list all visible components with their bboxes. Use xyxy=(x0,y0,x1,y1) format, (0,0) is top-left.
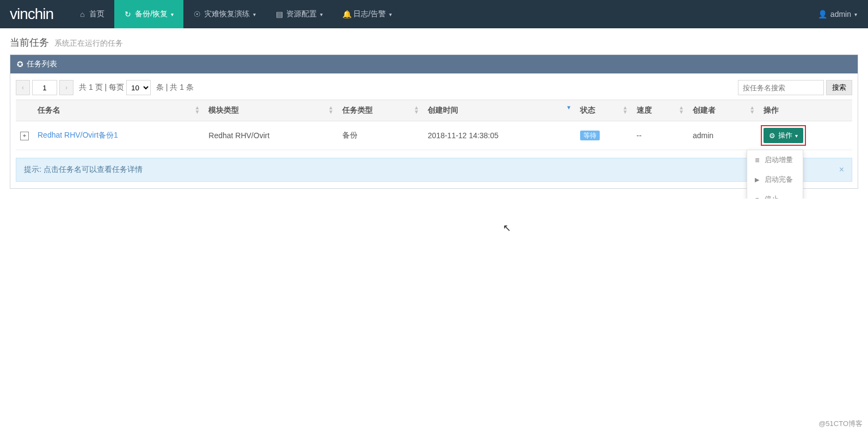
search-input[interactable] xyxy=(738,80,824,95)
task-list-panel: ✪ 任务列表 ‹ › 共 1 页 | 每页 10 条 | 共 1 条 搜索 任务… xyxy=(10,54,858,189)
page-info-a: 共 1 页 | 每页 xyxy=(79,83,124,92)
nav-items: ⌂ 首页 ↻ 备份/恢复 ▾ ☉ 灾难恢复演练 ▾ ▤ 资源配置 ▾ 🔔 日志/… xyxy=(69,0,818,28)
cell-created: 2018-11-12 14:38:05 xyxy=(423,121,576,150)
col-status[interactable]: 状态▲▼ xyxy=(576,100,632,121)
gear-icon: ⚙ xyxy=(769,132,775,140)
home-icon: ⌂ xyxy=(78,10,86,18)
stop-icon: ■ xyxy=(754,196,760,199)
page-number-input[interactable] xyxy=(32,80,57,95)
col-action: 操作 xyxy=(759,100,852,121)
col-expand xyxy=(16,100,33,121)
col-task-name[interactable]: 任务名▲▼ xyxy=(33,100,204,121)
nav-resources[interactable]: ▤ 资源配置 ▾ xyxy=(266,0,333,28)
action-cell: ⚙ 操作 ▾ ≣ 启动增量 ▶ xyxy=(764,128,803,143)
bars-icon: ≣ xyxy=(754,157,760,164)
nav-label: 备份/恢复 xyxy=(135,9,168,19)
col-creator[interactable]: 创建者▲▼ xyxy=(688,100,759,121)
user-icon: 👤 xyxy=(818,10,827,18)
task-table: 任务名▲▼ 模块类型▲▼ 任务类型▲▼ 创建时间▼ 状态▲▼ 速度▲▼ 创建者▲… xyxy=(16,100,852,150)
action-button[interactable]: ⚙ 操作 ▾ xyxy=(764,128,803,143)
menu-start-full[interactable]: ▶ 启动完备 xyxy=(747,170,803,189)
page-heading: 当前任务 系统正在运行的任务 xyxy=(0,28,868,54)
nav-home[interactable]: ⌂ 首页 xyxy=(69,0,114,28)
menu-stop[interactable]: ■ 停止 xyxy=(747,189,803,199)
cell-module: Redhat RHV/Ovirt xyxy=(204,121,338,150)
nav-label: 日志/告警 xyxy=(353,9,386,19)
col-type[interactable]: 任务类型▲▼ xyxy=(338,100,423,121)
target-icon: ☉ xyxy=(193,10,201,18)
hint-box: 提示: 点击任务名可以查看任务详情 × xyxy=(16,158,852,182)
hint-text: 提示: 点击任务名可以查看任务详情 xyxy=(24,165,143,175)
chevron-down-icon: ▾ xyxy=(389,11,392,17)
cell-creator: admin xyxy=(688,121,759,150)
nav-logs-alerts[interactable]: 🔔 日志/告警 ▾ xyxy=(333,0,402,28)
page-prev-button[interactable]: ‹ xyxy=(16,80,30,95)
col-created[interactable]: 创建时间▼ xyxy=(423,100,576,121)
col-module[interactable]: 模块类型▲▼ xyxy=(204,100,338,121)
menu-label: 启动完备 xyxy=(765,175,793,184)
page-title: 当前任务 xyxy=(10,37,49,48)
page-subtitle: 系统正在运行的任务 xyxy=(54,39,123,47)
search-button[interactable]: 搜索 xyxy=(826,80,852,95)
chevron-down-icon: ▾ xyxy=(854,11,857,17)
action-label: 操作 xyxy=(778,131,792,140)
chevron-down-icon: ▾ xyxy=(253,11,256,17)
col-speed[interactable]: 速度▲▼ xyxy=(632,100,688,121)
grid-icon: ▤ xyxy=(275,10,283,18)
refresh-icon: ↻ xyxy=(124,10,132,18)
expand-row-button[interactable]: + xyxy=(20,132,29,140)
nav-backup-restore[interactable]: ↻ 备份/恢复 ▾ xyxy=(114,0,183,28)
user-name: admin xyxy=(830,10,851,18)
cell-speed: -- xyxy=(632,121,688,150)
nav-label: 首页 xyxy=(89,9,104,19)
top-navbar: vinchin ⌂ 首页 ↻ 备份/恢复 ▾ ☉ 灾难恢复演练 ▾ ▤ 资源配置… xyxy=(0,0,868,28)
panel-icon: ✪ xyxy=(17,60,23,69)
chevron-down-icon: ▾ xyxy=(320,11,323,17)
panel-header: ✪ 任务列表 xyxy=(10,55,858,73)
hint-close-button[interactable]: × xyxy=(839,165,844,175)
bell-icon: 🔔 xyxy=(342,10,350,18)
user-menu[interactable]: 👤 admin ▾ xyxy=(818,10,868,18)
nav-label: 资源配置 xyxy=(286,9,317,19)
nav-disaster-recovery[interactable]: ☉ 灾难恢复演练 ▾ xyxy=(183,0,266,28)
chevron-down-icon: ▾ xyxy=(795,133,798,139)
menu-start-incremental[interactable]: ≣ 启动增量 xyxy=(747,150,803,170)
table-row: + Redhat RHV/Ovirt备份1 Redhat RHV/Ovirt 备… xyxy=(16,121,852,150)
cell-type: 备份 xyxy=(338,121,423,150)
page-info-b: 条 | 共 1 条 xyxy=(156,83,194,92)
table-header-row: 任务名▲▼ 模块类型▲▼ 任务类型▲▼ 创建时间▼ 状态▲▼ 速度▲▼ 创建者▲… xyxy=(16,100,852,121)
menu-label: 停止 xyxy=(765,194,779,199)
chevron-down-icon: ▾ xyxy=(171,11,174,17)
status-badge: 等待 xyxy=(580,131,600,140)
panel-body: ‹ › 共 1 页 | 每页 10 条 | 共 1 条 搜索 任务名▲▼ 模块类… xyxy=(10,73,858,188)
action-dropdown: ≣ 启动增量 ▶ 启动完备 ■ 停止 xyxy=(747,150,803,199)
nav-label: 灾难恢复演练 xyxy=(204,9,250,19)
brand-logo: vinchin xyxy=(0,5,69,23)
page-next-button[interactable]: › xyxy=(59,80,73,95)
task-name-link[interactable]: Redhat RHV/Ovirt备份1 xyxy=(38,131,118,139)
table-toolbar: ‹ › 共 1 页 | 每页 10 条 | 共 1 条 搜索 xyxy=(16,80,852,95)
menu-label: 启动增量 xyxy=(765,155,793,165)
panel-title: 任务列表 xyxy=(27,59,57,69)
play-icon: ▶ xyxy=(754,176,760,183)
page-size-select[interactable]: 10 xyxy=(126,80,151,95)
